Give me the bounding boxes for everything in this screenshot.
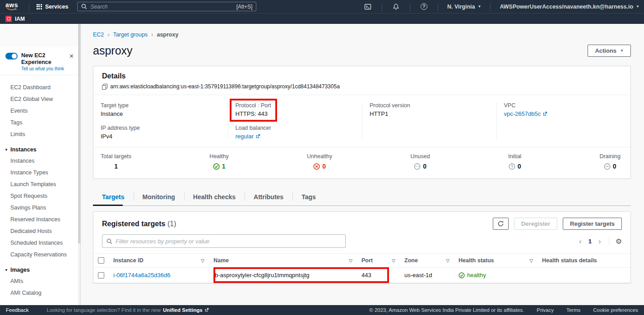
sort-icon[interactable]: ▽ [392,258,395,263]
sidebar-section-images[interactable]: ▼ Images [0,263,80,275]
chevron-right-icon: › [151,31,153,38]
column-name: Name [213,257,229,264]
feedback-link[interactable]: Feedback [6,307,29,313]
target-health-summary: Total targets 1 Healthy 1 Unhealthy [93,147,630,178]
column-health-status-details: Health status details [542,257,597,264]
sidebar-item-spot-requests[interactable]: Spot Requests [0,190,80,202]
breadcrumb-target-groups[interactable]: Target groups [113,32,148,38]
sidebar-item-amis[interactable]: AMIs [0,275,80,287]
filter-field[interactable] [102,234,346,248]
sidebar-item-instance-types[interactable]: Instance Types [0,167,80,178]
sidebar-nav: EC2 Dashboard EC2 Global View Events Tag… [0,75,80,305]
x-circle-icon [313,163,320,170]
registered-targets-count: (1) [167,220,176,228]
notifications-button[interactable] [391,3,401,10]
target-type-label: Target type [101,102,221,109]
next-page-icon[interactable]: › [597,237,602,245]
close-icon[interactable]: ✕ [67,52,76,60]
sort-icon[interactable]: ▽ [201,258,204,263]
row-checkbox[interactable] [98,272,104,278]
help-question-icon: ? [421,3,427,10]
column-zone: Zone [404,257,418,264]
breadcrumb-current: asproxy [157,32,178,38]
search-icon [81,4,87,9]
unified-settings-link[interactable]: Unified Settings [163,307,209,313]
sidebar-item-tags[interactable]: Tags [0,117,80,128]
tab-health-checks[interactable]: Health checks [184,188,245,205]
chevron-down-icon: ▼ [5,148,8,152]
pinned-service-iam[interactable]: IAM [15,16,25,22]
sidebar-item-events[interactable]: Events [0,105,80,117]
details-grid: Target type Instance IP address type IPv… [93,95,630,147]
check-circle-icon [213,163,220,170]
tab-tags[interactable]: Tags [292,188,325,205]
table-row: i-06f1744a6a25d36d6 lb-asproxytyler-cfcg… [93,268,630,283]
region-selector[interactable]: N. Virginia ▼ [447,4,482,10]
vpc-link[interactable]: vpc-2657db5c [504,110,548,117]
target-port: 443 [361,272,371,278]
global-search[interactable]: [Alt+S] [77,2,256,11]
copy-icon[interactable] [102,84,107,89]
experience-title: New EC2 Experience [21,52,51,65]
sort-icon[interactable]: ▽ [529,258,533,263]
cloudshell-terminal-icon [364,3,371,10]
instance-id-link[interactable]: i-06f1744a6a25d36d6 [113,272,171,278]
ellipsis-circle-icon [414,163,421,170]
stat-draining: Draining 0 [599,153,621,170]
divider [438,3,438,11]
sidebar-item-dedicated-hosts[interactable]: Dedicated Hosts [0,225,80,237]
stat-total-targets: Total targets 1 [101,153,131,170]
services-menu-button[interactable]: Services [34,4,71,10]
settings-gear-icon[interactable]: ⚙ [616,237,622,246]
check-circle-icon [459,272,465,278]
tab-attributes[interactable]: Attributes [245,188,292,205]
sidebar-item-instances[interactable]: Instances [0,155,80,167]
chevron-down-icon: ▼ [478,5,482,9]
sidebar-section-instances[interactable]: ▼ Instances [0,143,80,155]
sidebar-item-limits[interactable]: Limits [0,128,80,140]
sidebar-item-ec2-dashboard[interactable]: EC2 Dashboard [0,82,80,93]
privacy-link[interactable]: Privacy [537,307,554,313]
deregister-button[interactable]: Deregister [514,218,557,230]
details-card: Details arn:aws:elasticloadbalancing:us-… [93,66,631,179]
select-all-checkbox[interactable] [98,257,104,264]
services-label: Services [45,4,68,10]
breadcrumb-ec2[interactable]: EC2 [93,32,104,38]
register-targets-button[interactable]: Register targets [563,218,622,230]
load-balancer-link[interactable]: regular [236,133,260,140]
tab-monitoring[interactable]: Monitoring [134,188,184,205]
divider [29,3,29,11]
sidebar-item-ami-catalog[interactable]: AMI Catalog [0,287,80,299]
copyright-text: © 2023, Amazon Web Services India Privat… [369,307,524,313]
sidebar-item-capacity-reservations[interactable]: Capacity Reservations [0,249,80,260]
page-number[interactable]: 1 [588,238,593,245]
cloudshell-button[interactable] [363,3,373,10]
sidebar-item-scheduled-instances[interactable]: Scheduled Instances [0,237,80,249]
sidebar-item-launch-templates[interactable]: Launch Templates [0,178,80,190]
sort-icon[interactable]: ▽ [349,258,352,263]
vpc-label: VPC [504,102,624,109]
cookie-preferences-link[interactable]: Cookie preferences [593,307,638,313]
help-button[interactable]: ? [419,3,429,10]
bell-icon [393,3,399,10]
chevron-right-icon: › [107,31,109,38]
experience-toggle[interactable] [5,53,18,59]
sidebar-item-ec2-global-view[interactable]: EC2 Global View [0,93,80,105]
search-input[interactable] [90,4,236,10]
aws-logo[interactable]: aws [5,2,18,11]
previous-page-icon[interactable]: ‹ [578,237,583,245]
sidebar-item-reserved-instances[interactable]: Reserved Instances [0,214,80,225]
actions-button[interactable]: Actions ▼ [588,45,631,57]
refresh-button[interactable] [493,218,509,230]
terms-link[interactable]: Terms [566,307,580,313]
filter-input[interactable] [116,238,341,245]
sidebar-scrollbar[interactable] [78,24,80,305]
tab-targets[interactable]: Targets [93,188,134,205]
sort-icon[interactable]: ▽ [446,258,449,263]
experience-feedback-link[interactable]: Tell us what you think [21,66,67,71]
stat-initial: Initial 0 [508,153,521,170]
sidebar-item-savings-plans[interactable]: Savings Plans [0,202,80,214]
column-health-status: Health status [459,257,494,264]
sidebar-section-elastic-block-store[interactable]: ▼ Elastic Block Store [0,301,80,305]
account-menu[interactable]: AWSPowerUserAccess/navaneeth.kn@harness.… [500,4,639,10]
